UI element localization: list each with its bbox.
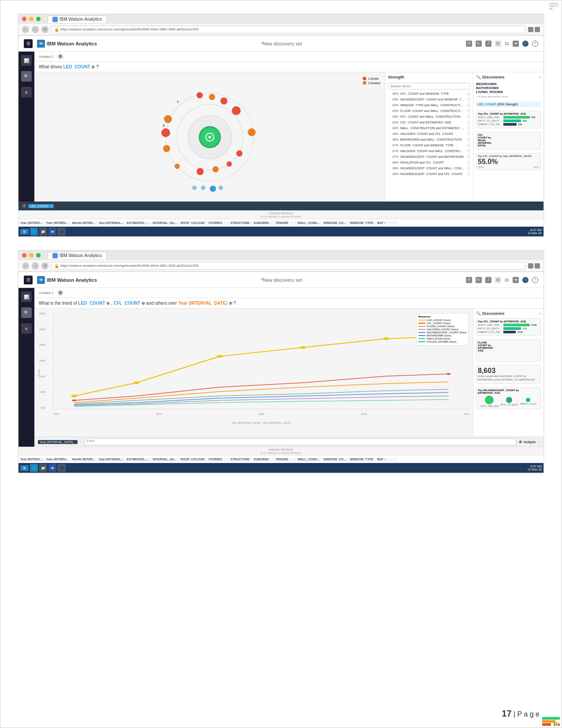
wa-sidebar-1: 📊 🔍 ≡ [19,52,34,202]
view-count-2: 21 [505,278,509,282]
strength-row-0: 45% CFL_COUNT and WINDOW_TYPE ⓘ [388,91,470,96]
incandescent-card-2: Top INCANDESCENT_COUNT by ESTIMATED_AGE … [476,387,541,409]
panel-tab-1[interactable]: Untitled 1 [39,55,54,59]
close-btn-1[interactable] [22,17,26,21]
start-button-2[interactable]: ⊞ [20,465,29,471]
address-bar-1[interactable]: 🔒 https://watson-analytics.ibmcloud.com/… [51,26,525,34]
back-button-1[interactable]: ← [22,26,29,33]
dt2-header-bat: BAT › [376,458,398,461]
redo-icon-2[interactable]: ↻ [476,277,482,283]
sidebar-format-icon[interactable]: ≡ [21,87,32,97]
panel-settings-1[interactable]: ⚙ [57,53,63,60]
cfl2-bar-row-3: TWENTY_TO_TW 163k [478,331,539,333]
dt2-header-structure: STRUCTURE [229,458,252,461]
cfl-month-card: CFLCOUNT byMonth(INTERVALDATE) [476,132,541,149]
strength-row-11: 37% INCANDESCENT_COUNT and BATHROOMS ⓘ [388,154,470,159]
help-icon-1[interactable]: ? [532,41,538,47]
taskbar-word-2[interactable]: W [48,464,56,472]
dt-header-tenure: TENURE [274,221,296,224]
taskbar-misc-1[interactable]: ⬛ [58,228,66,235]
view-icon-2[interactable]: ⊡ [495,277,501,283]
start-button-1[interactable]: ⊞ [20,229,29,235]
share-icon-1[interactable]: ⤴ [485,41,491,47]
legend-2driver-dot [363,81,366,85]
refresh-button-2[interactable]: ↺ [41,262,48,269]
taskbar-word-1[interactable]: W [48,228,56,235]
dt2-header-stories: STORIES [207,458,229,461]
line-chart-area: Count 3500 3000 2500 [34,309,473,437]
share-icon-2[interactable]: ⤴ [485,277,491,283]
forward-button-1[interactable]: → [32,26,39,33]
browser-menu-1[interactable] [535,27,540,32]
browser-titlebar-1: IBM Watson Analytics [19,14,543,24]
undo-icon-1[interactable]: ↺ [466,41,472,47]
browser-menu-2[interactable] [535,263,540,269]
plus-icon-1[interactable]: + [22,204,26,208]
legend-2driver-label: 2 Drivers [368,82,380,85]
sidebar-format-icon-2[interactable]: ≡ [21,323,32,334]
maximize-btn-1[interactable] [36,17,41,21]
redo-icon-1[interactable]: ↻ [476,41,482,47]
taskbar-misc-2[interactable]: ⬛ [58,464,66,472]
panel-settings-2[interactable]: ⚙ [57,290,63,296]
dt2-header-wall: WALL_CONS... [296,458,322,461]
discovery-cfl-month-1: CFLCOUNT byMonth(INTERVALDATE) [476,132,541,149]
arrow-right-2: › [80,440,82,444]
blue-dot-1 [192,186,197,190]
panel-tab-2[interactable]: Untitled 1 [39,291,54,295]
orbit-dot-2 [209,94,215,100]
user-icon-1[interactable]: 👤 [522,41,529,47]
address-text-2: https://watson-analytics.ibmcloud.com/ap… [60,264,198,268]
cfl2-bar-row-1: SIXTY_AND_OVE 150k [478,324,539,326]
address-bar-2[interactable]: 🔒 https://watson-analytics.ibmcloud.com/… [51,262,525,270]
taskbar-folder-2[interactable]: 📁 [39,464,47,472]
taskbar-browser-1[interactable]: 🌐 [30,228,38,235]
multiplier-icon: ⊕ [519,440,522,444]
minimize-btn-1[interactable] [29,17,33,21]
forward-button-2[interactable]: → [32,262,39,269]
halogen-value: 8,603 [478,367,539,375]
dt-header-roof: ROOF_COLOUR [179,221,207,224]
dt2-header-year1: Year (INTERV... [19,458,45,461]
maximize-btn-2[interactable] [36,253,41,258]
browser-tab-1[interactable]: IBM Watson Analytics [48,15,107,23]
view-icon-1[interactable]: ⊡ [495,41,501,47]
back-button-2[interactable]: ← [22,262,29,269]
y-field-2[interactable]: y-axis [84,438,516,445]
wa-toolbar-1: ↺ ↻ ⤴ ⊡ 21 ⬅ 👤 ? [466,41,538,47]
user-icon-2[interactable]: 👤 [522,277,529,283]
sidebar-toggle-1[interactable]: ☰ [24,39,33,48]
strength-search-1[interactable] [388,83,470,90]
minimize-btn-2[interactable] [29,253,33,258]
wa-toolbar-2: ↺ ↻ ⤴ ⊡ 21 ⬅ 👤 ? [466,277,538,283]
taskbar-folder-1[interactable]: 📁 [39,228,47,235]
back-icon-1[interactable]: ⬅ [513,41,519,47]
visualization-question-2: What is the trend of LED_COUNT ⊕ , CFL_C… [34,298,543,309]
back-icon-2[interactable]: ⬅ [513,277,519,283]
help-icon-2[interactable]: ? [532,277,538,283]
browser-star-1[interactable] [528,27,533,32]
pct-years: 2012 2015 [478,166,539,168]
cfl-card2-title: Top CFL_COUNT by ESTIMATED_AGE [478,320,539,323]
browser-tab-2[interactable]: IBM Watson Analytics [48,252,107,259]
dt-header-interval: INTERVAL_DA... [151,221,179,224]
browser-star-2[interactable] [528,263,533,269]
undo-icon-2[interactable]: ↺ [466,277,472,283]
sidebar-toggle-2[interactable]: ☰ [24,276,33,284]
taskbar-clock-1: 8:47 AM 12-Mar-18 [528,228,542,235]
taskbar-browser-2[interactable]: 🌐 [30,464,38,472]
close-btn-2[interactable] [22,253,26,258]
x-field-tag-2[interactable]: Year (INTERVAL_DATE)... [38,440,78,444]
discoveries-more-2[interactable]: › [540,311,541,316]
bottom-fields-2: Year (INTERVAL_DATE)... › y-axis ⊕ Multi… [34,437,543,447]
discoveries-more-1[interactable]: › [540,75,541,79]
os-taskbar-1: ⊞ 🌐 📁 W ⬛ 8:47 AM 12-Mar-18 [19,227,543,236]
line-chart-svg [53,312,469,409]
sidebar-analysis-icon[interactable]: 🔍 [21,71,32,82]
sidebar-vis-icon-2[interactable]: 📊 [21,291,32,302]
led-count-tag-1[interactable]: LED_COUNT × [28,204,54,208]
refresh-button-1[interactable]: ↺ [41,26,48,33]
wa-body-1: 📊 🔍 ≡ Untitled 1 ⚙ What drives LED_COUNT [19,52,543,202]
sidebar-visualization-icon[interactable]: 📊 [21,55,32,66]
sidebar-analysis-icon-2[interactable]: 🔍 [21,307,32,318]
